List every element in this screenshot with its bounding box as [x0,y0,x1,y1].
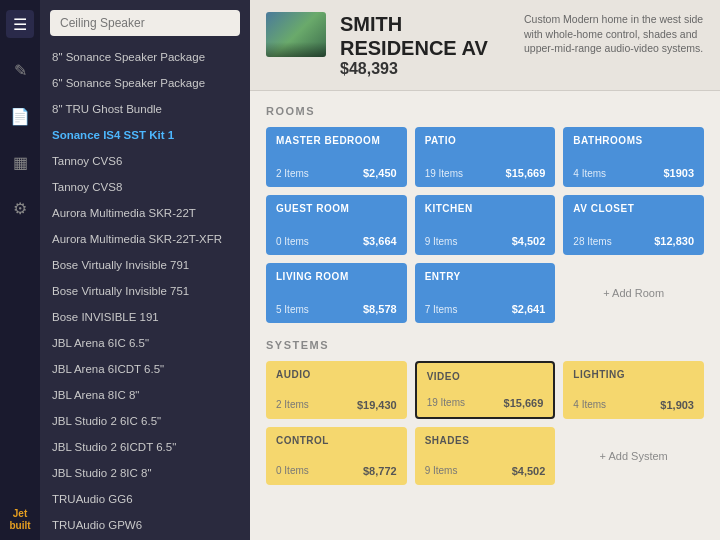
room-card-0[interactable]: MASTER BEDROOM 2 Items $2,450 [266,127,407,187]
menu-icon[interactable]: ☰ [6,10,34,38]
system-card-4[interactable]: SHADES 9 Items $4,502 [415,427,556,485]
room-stats-5: 28 Items $12,830 [573,235,694,247]
project-title: SMITH RESIDENCE AV [340,12,510,60]
app-logo: Jetbuilt [9,508,30,532]
room-card-3[interactable]: GUEST ROOM 0 Items $3,664 [266,195,407,255]
room-items-6: 5 Items [276,304,309,315]
system-card-2[interactable]: LIGHTING 4 Items $1,903 [563,361,704,419]
room-stats-6: 5 Items $8,578 [276,303,397,315]
room-price-3: $3,664 [363,235,397,247]
room-items-4: 9 Items [425,236,458,247]
sidebar-item-18[interactable]: TRUAudio GPW6 [40,512,250,538]
room-card-5[interactable]: AV CLOSET 28 Items $12,830 [563,195,704,255]
sidebar-item-17[interactable]: TRUAudio GG6 [40,486,250,512]
search-input[interactable] [50,10,240,36]
systems-section-title: SYSTEMS [266,339,704,351]
sys-name-4: SHADES [425,435,546,446]
room-name-1: PATIO [425,135,546,146]
sys-price-1: $15,669 [504,397,544,409]
add-room-cell: + Add Room [563,263,704,323]
sidebar-item-13[interactable]: JBL Arena 8IC 8" [40,382,250,408]
sidebar-item-11[interactable]: JBL Arena 6IC 6.5" [40,330,250,356]
sidebar-item-12[interactable]: JBL Arena 6ICDT 6.5" [40,356,250,382]
room-name-3: GUEST ROOM [276,203,397,214]
edit-icon[interactable]: ✎ [6,56,34,84]
sidebar-item-4[interactable]: Tannoy CVS6 [40,148,250,174]
sidebar-item-5[interactable]: Tannoy CVS8 [40,174,250,200]
room-price-1: $15,669 [506,167,546,179]
sys-price-0: $19,430 [357,399,397,411]
image-icon[interactable]: ▦ [6,148,34,176]
system-card-3[interactable]: CONTROL 0 Items $8,772 [266,427,407,485]
room-card-7[interactable]: ENTRY 7 Items $2,641 [415,263,556,323]
sidebar-item-14[interactable]: JBL Studio 2 6IC 6.5" [40,408,250,434]
add-system-cell: + Add System [563,427,704,485]
sidebar-item-1[interactable]: 6" Sonance Speaker Package [40,70,250,96]
sys-name-2: LIGHTING [573,369,694,380]
sidebar-item-7[interactable]: Aurora Multimedia SKR-22T-XFR [40,226,250,252]
sidebar: 8" Sonance Speaker Package6" Sonance Spe… [40,0,250,540]
sys-stats-0: 2 Items $19,430 [276,399,397,411]
room-name-4: KITCHEN [425,203,546,214]
room-price-7: $2,641 [512,303,546,315]
system-card-1[interactable]: VIDEO 19 Items $15,669 [415,361,556,419]
room-price-4: $4,502 [512,235,546,247]
sidebar-item-3[interactable]: Sonance IS4 SST Kit 1 [40,122,250,148]
sys-items-1: 19 Items [427,397,465,409]
main-panel: SMITH RESIDENCE AV $48,393 Custom Modern… [250,0,720,540]
room-stats-4: 9 Items $4,502 [425,235,546,247]
room-stats-0: 2 Items $2,450 [276,167,397,179]
room-price-2: $1903 [663,167,694,179]
room-items-2: 4 Items [573,168,606,179]
room-stats-1: 19 Items $15,669 [425,167,546,179]
content-area: ROOMS MASTER BEDROOM 2 Items $2,450 PATI… [250,91,720,540]
sys-items-4: 9 Items [425,465,458,477]
room-items-1: 19 Items [425,168,463,179]
sys-price-2: $1,903 [660,399,694,411]
project-header: SMITH RESIDENCE AV $48,393 Custom Modern… [250,0,720,91]
sys-items-3: 0 Items [276,465,309,477]
room-price-5: $12,830 [654,235,694,247]
add-room-button[interactable]: + Add Room [603,279,664,307]
sidebar-item-0[interactable]: 8" Sonance Speaker Package [40,44,250,70]
rooms-section-title: ROOMS [266,105,704,117]
room-name-0: MASTER BEDROOM [276,135,397,146]
sys-stats-3: 0 Items $8,772 [276,465,397,477]
document-icon[interactable]: 📄 [6,102,34,130]
sidebar-item-9[interactable]: Bose Virtually Invisible 751 [40,278,250,304]
system-card-0[interactable]: AUDIO 2 Items $19,430 [266,361,407,419]
project-price: $48,393 [340,60,510,78]
rooms-grid: MASTER BEDROOM 2 Items $2,450 PATIO 19 I… [266,127,704,323]
room-stats-2: 4 Items $1903 [573,167,694,179]
settings-icon[interactable]: ⚙ [6,194,34,222]
sys-name-1: VIDEO [427,371,544,382]
project-thumbnail [266,12,326,57]
sidebar-item-2[interactable]: 8" TRU Ghost Bundle [40,96,250,122]
sidebar-item-16[interactable]: JBL Studio 2 8IC 8" [40,460,250,486]
sys-stats-1: 19 Items $15,669 [427,397,544,409]
room-name-6: LIVING ROOM [276,271,397,282]
room-card-4[interactable]: KITCHEN 9 Items $4,502 [415,195,556,255]
project-description: Custom Modern home in the west side with… [524,12,704,56]
room-card-2[interactable]: BATHROOMS 4 Items $1903 [563,127,704,187]
room-card-1[interactable]: PATIO 19 Items $15,669 [415,127,556,187]
sys-items-0: 2 Items [276,399,309,411]
sidebar-list: 8" Sonance Speaker Package6" Sonance Spe… [40,44,250,540]
room-stats-7: 7 Items $2,641 [425,303,546,315]
add-system-button[interactable]: + Add System [600,442,668,470]
sys-name-0: AUDIO [276,369,397,380]
room-name-7: ENTRY [425,271,546,282]
sidebar-item-15[interactable]: JBL Studio 2 6ICDT 6.5" [40,434,250,460]
sys-name-3: CONTROL [276,435,397,446]
room-card-6[interactable]: LIVING ROOM 5 Items $8,578 [266,263,407,323]
room-items-0: 2 Items [276,168,309,179]
room-price-0: $2,450 [363,167,397,179]
room-name-2: BATHROOMS [573,135,694,146]
sidebar-item-10[interactable]: Bose INVISIBLE 191 [40,304,250,330]
sidebar-item-6[interactable]: Aurora Multimedia SKR-22T [40,200,250,226]
sys-stats-4: 9 Items $4,502 [425,465,546,477]
room-price-6: $8,578 [363,303,397,315]
sys-stats-2: 4 Items $1,903 [573,399,694,411]
sys-items-2: 4 Items [573,399,606,411]
sidebar-item-8[interactable]: Bose Virtually Invisible 791 [40,252,250,278]
